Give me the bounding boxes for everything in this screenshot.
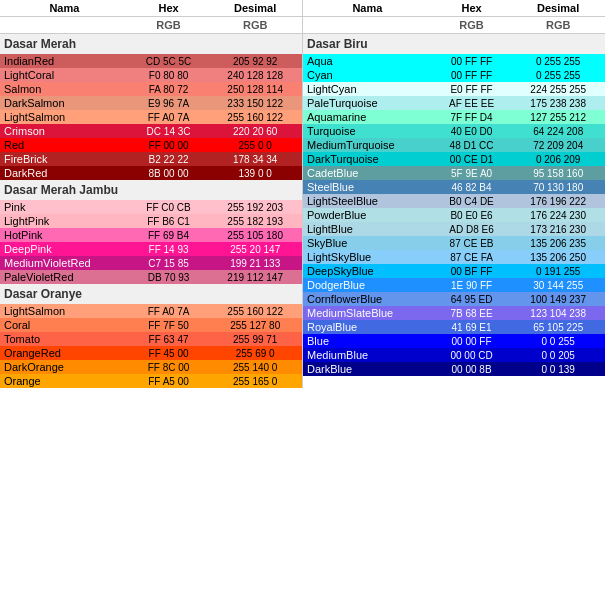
color-name-cell: SteelBlue [303, 180, 432, 194]
left-subheader-rgb2: RGB [208, 17, 302, 34]
color-dec-cell: 0 0 205 [511, 348, 605, 362]
color-hex-cell: B0 C4 DE [432, 194, 512, 208]
table-row: PinkFF C0 CB255 192 203 [0, 200, 302, 214]
table-row: Cyan00 FF FF0 255 255 [303, 68, 605, 82]
color-dec-cell: 95 158 160 [511, 166, 605, 180]
left-header-hex: Hex [129, 0, 209, 17]
color-name-cell: DarkOrange [0, 360, 129, 374]
color-name-cell: Tomato [0, 332, 129, 346]
color-hex-cell: DC 14 3C [129, 124, 209, 138]
color-dec-cell: 127 255 212 [511, 110, 605, 124]
table-row: DodgerBlue1E 90 FF30 144 255 [303, 278, 605, 292]
table-row: LightPinkFF B6 C1255 182 193 [0, 214, 302, 228]
color-name-cell: DeepSkyBlue [303, 264, 432, 278]
table-row: MediumTurquoise48 D1 CC72 209 204 [303, 138, 605, 152]
color-hex-cell: 00 FF FF [432, 54, 512, 68]
section-header-row: Dasar Biru [303, 34, 605, 55]
table-row: RoyalBlue41 69 E165 105 225 [303, 320, 605, 334]
color-hex-cell: 40 E0 D0 [432, 124, 512, 138]
table-row: Aquamarine7F FF D4127 255 212 [303, 110, 605, 124]
color-name-cell: PaleTurquoise [303, 96, 432, 110]
color-dec-cell: 233 150 122 [208, 96, 302, 110]
color-dec-cell: 255 182 193 [208, 214, 302, 228]
color-name-cell: CadetBlue [303, 166, 432, 180]
section-title: Dasar Merah [0, 34, 302, 55]
color-dec-cell: 255 160 122 [208, 304, 302, 318]
table-row: SalmonFA 80 72250 128 114 [0, 82, 302, 96]
left-header-desimal: Desimal [208, 0, 302, 17]
color-name-cell: DeepPink [0, 242, 129, 256]
color-name-cell: Crimson [0, 124, 129, 138]
left-subheader-nama [0, 17, 129, 34]
right-header-hex: Hex [432, 0, 512, 17]
table-row: DarkRed8B 00 00139 0 0 [0, 166, 302, 180]
color-name-cell: LightSteelBlue [303, 194, 432, 208]
color-hex-cell: FF A5 00 [129, 374, 209, 388]
color-hex-cell: 41 69 E1 [432, 320, 512, 334]
color-hex-cell: F0 80 80 [129, 68, 209, 82]
color-dec-cell: 135 206 250 [511, 250, 605, 264]
color-name-cell: PowderBlue [303, 208, 432, 222]
color-hex-cell: FF 14 93 [129, 242, 209, 256]
color-dec-cell: 64 224 208 [511, 124, 605, 138]
color-name-cell: LightBlue [303, 222, 432, 236]
color-hex-cell: 64 95 ED [432, 292, 512, 306]
color-name-cell: Cyan [303, 68, 432, 82]
table-row: DeepPinkFF 14 93255 20 147 [0, 242, 302, 256]
color-dec-cell: 220 20 60 [208, 124, 302, 138]
table-row: OrangeRedFF 45 00255 69 0 [0, 346, 302, 360]
color-hex-cell: 00 FF FF [432, 68, 512, 82]
color-name-cell: LightSalmon [0, 110, 129, 124]
table-row: SkyBlue87 CE EB135 206 235 [303, 236, 605, 250]
right-subheader-rgb1: RGB [432, 17, 512, 34]
color-dec-cell: 139 0 0 [208, 166, 302, 180]
color-hex-cell: DB 70 93 [129, 270, 209, 284]
color-name-cell: LightCyan [303, 82, 432, 96]
section-header-row: Dasar Merah [0, 34, 302, 55]
color-dec-cell: 219 112 147 [208, 270, 302, 284]
table-row: Aqua00 FF FF0 255 255 [303, 54, 605, 68]
color-dec-cell: 0 0 139 [511, 362, 605, 376]
table-row: PaleTurquoiseAF EE EE175 238 238 [303, 96, 605, 110]
color-dec-cell: 255 0 0 [208, 138, 302, 152]
color-name-cell: Aquamarine [303, 110, 432, 124]
color-hex-cell: 1E 90 FF [432, 278, 512, 292]
right-header-desimal: Desimal [511, 0, 605, 17]
right-table: Nama Hex Desimal RGB RGB Dasar BiruAqua0… [303, 0, 605, 376]
color-dec-cell: 224 255 255 [511, 82, 605, 96]
color-name-cell: Aqua [303, 54, 432, 68]
color-hex-cell: FF C0 CB [129, 200, 209, 214]
right-header-nama: Nama [303, 0, 432, 17]
section-title: Dasar Oranye [0, 284, 302, 304]
table-row: DarkBlue00 00 8B0 0 139 [303, 362, 605, 376]
color-hex-cell: FF B6 C1 [129, 214, 209, 228]
table-row: CornflowerBlue64 95 ED100 149 237 [303, 292, 605, 306]
color-dec-cell: 255 99 71 [208, 332, 302, 346]
table-row: LightBlueAD D8 E6173 216 230 [303, 222, 605, 236]
color-dec-cell: 255 192 203 [208, 200, 302, 214]
table-row: LightCyanE0 FF FF224 255 255 [303, 82, 605, 96]
section-title: Dasar Merah Jambu [0, 180, 302, 200]
table-row: OrangeFF A5 00255 165 0 [0, 374, 302, 388]
color-hex-cell: FA 80 72 [129, 82, 209, 96]
table-row: LightSalmonFF A0 7A255 160 122 [0, 110, 302, 124]
color-dec-cell: 176 224 230 [511, 208, 605, 222]
color-dec-cell: 0 206 209 [511, 152, 605, 166]
color-dec-cell: 0 255 255 [511, 54, 605, 68]
color-hex-cell: 00 00 FF [432, 334, 512, 348]
color-hex-cell: B0 E0 E6 [432, 208, 512, 222]
color-name-cell: MediumSlateBlue [303, 306, 432, 320]
color-hex-cell: 7F FF D4 [432, 110, 512, 124]
color-name-cell: DarkSalmon [0, 96, 129, 110]
color-dec-cell: 0 0 255 [511, 334, 605, 348]
table-row: SteelBlue46 82 B470 130 180 [303, 180, 605, 194]
table-row: CoralFF 7F 50255 127 80 [0, 318, 302, 332]
color-dec-cell: 199 21 133 [208, 256, 302, 270]
color-dec-cell: 178 34 34 [208, 152, 302, 166]
color-dec-cell: 123 104 238 [511, 306, 605, 320]
color-name-cell: MediumVioletRed [0, 256, 129, 270]
color-name-cell: Orange [0, 374, 129, 388]
color-name-cell: PaleVioletRed [0, 270, 129, 284]
color-name-cell: Salmon [0, 82, 129, 96]
color-dec-cell: 255 105 180 [208, 228, 302, 242]
